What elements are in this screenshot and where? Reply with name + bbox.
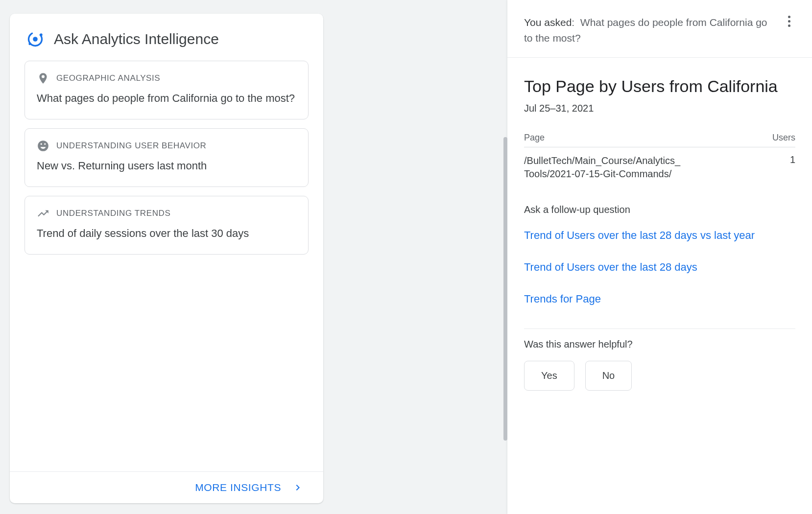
insights-header: Ask Analytics Intelligence: [10, 14, 323, 61]
scrollbar-thumb[interactable]: [503, 137, 507, 441]
helpful-question: Was this answer helpful?: [524, 339, 795, 350]
asked-prefix: You asked: [524, 17, 572, 28]
chevron-right-icon[interactable]: [292, 482, 304, 493]
pin-icon: [37, 72, 49, 85]
more-insights-link[interactable]: MORE INSIGHTS: [195, 482, 281, 493]
followup-link[interactable]: Trend of Users over the last 28 days: [524, 260, 795, 275]
yes-button[interactable]: Yes: [524, 361, 574, 391]
svg-point-2: [40, 33, 42, 36]
followup-link[interactable]: Trend of Users over the last 28 days vs …: [524, 228, 795, 243]
suggestion-question: New vs. Returning users last month: [37, 158, 296, 174]
insights-footer: MORE INSIGHTS: [10, 471, 323, 503]
face-icon: [37, 140, 49, 152]
divider: [524, 328, 795, 329]
suggestion-category: GEOGRAPHIC ANALYSIS: [56, 73, 160, 83]
cell-users: 1: [790, 154, 795, 181]
insights-title: Ask Analytics Intelligence: [54, 31, 219, 47]
followup-link[interactable]: Trends for Page: [524, 292, 795, 307]
table-header: Page Users: [524, 133, 795, 147]
followup-list: Trend of Users over the last 28 days vs …: [524, 228, 795, 306]
suggestion-geographic[interactable]: GEOGRAPHIC ANALYSIS What pages do people…: [24, 61, 309, 119]
followup-heading: Ask a follow-up question: [524, 204, 795, 215]
suggestion-trends[interactable]: UNDERSTANDING TRENDS Trend of daily sess…: [24, 196, 309, 255]
suggestion-category: UNDERSTANDING USER BEHAVIOR: [56, 141, 207, 151]
suggestion-category: UNDERSTANDING TRENDS: [56, 209, 170, 218]
svg-point-3: [28, 43, 31, 45]
answer-body: Top Page by Users from California Jul 25…: [507, 58, 812, 514]
table-row: /BulletTech/Main_Course/Analytics_Tools/…: [524, 147, 795, 181]
insights-card: Ask Analytics Intelligence GEOGRAPHIC AN…: [10, 14, 323, 503]
suggestions-list: GEOGRAPHIC ANALYSIS What pages do people…: [10, 61, 323, 471]
analytics-intelligence-icon: [26, 30, 44, 48]
answer-title: Top Page by Users from California: [524, 75, 795, 97]
cell-page: /BulletTech/Main_Course/Analytics_Tools/…: [524, 154, 686, 181]
answer-date-range: Jul 25–31, 2021: [524, 103, 795, 114]
trending-up-icon: [37, 207, 49, 220]
asked-text: You asked: What pages do people from Cal…: [524, 15, 777, 46]
suggestion-question: Trend of daily sessions over the last 30…: [37, 226, 296, 241]
more-options-icon[interactable]: [783, 15, 795, 27]
feedback-buttons: Yes No: [524, 361, 795, 391]
suggestion-question: What pages do people from California go …: [37, 91, 296, 106]
answer-panel: You asked: What pages do people from Cal…: [507, 0, 812, 514]
col-page-header: Page: [524, 133, 545, 143]
suggestion-behavior[interactable]: UNDERSTANDING USER BEHAVIOR New vs. Retu…: [24, 128, 309, 187]
asked-header: You asked: What pages do people from Cal…: [507, 0, 812, 58]
insights-area: Ask Analytics Intelligence GEOGRAPHIC AN…: [0, 0, 333, 514]
svg-point-1: [33, 37, 38, 42]
no-button[interactable]: No: [585, 361, 632, 391]
col-users-header: Users: [772, 133, 795, 143]
